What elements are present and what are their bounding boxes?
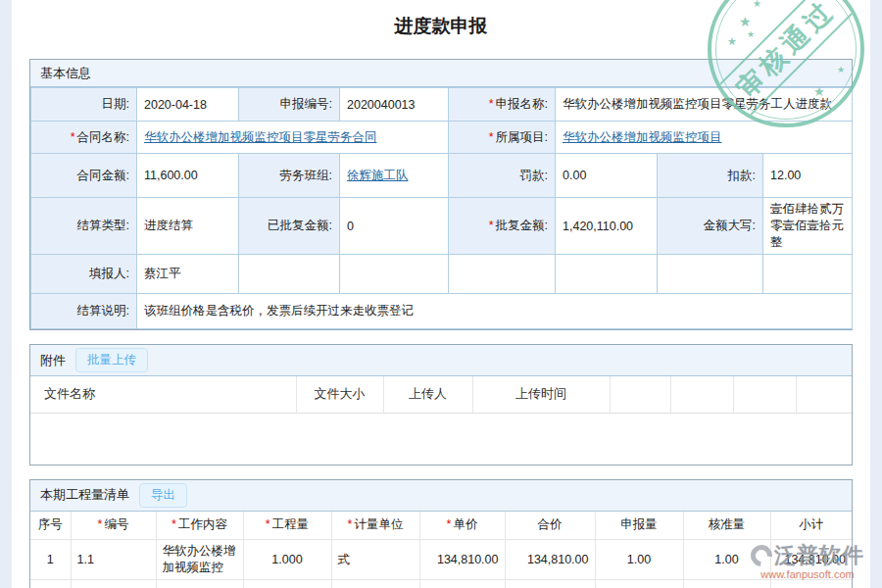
table-row: 结算类型: 进度结算 已批复金额: 0 *批复金额: 1,420,110.00 … [31, 198, 853, 255]
approved-before-value: 0 [340, 198, 449, 255]
empty-cell [763, 255, 853, 294]
code-cell: 1.2 [71, 580, 156, 588]
basic-info-table: 日期: 2020-04-18 申报编号: 2020040013 *申报名称: 华… [30, 87, 853, 329]
quantity-cell: 1.000 [243, 540, 331, 580]
contract-amount-label: 合同金额: [31, 154, 137, 198]
contract-name-label: *合同名称: [31, 122, 137, 154]
declaration-no-label: 申报编号: [239, 88, 340, 122]
work-content-cell: 场地平整 [156, 580, 243, 588]
contract-amount-value: 11,600.00 [137, 154, 239, 198]
empty-cell [340, 255, 449, 294]
unit-header: *计量单位 [331, 512, 419, 540]
required-asterisk: * [489, 97, 494, 111]
uploader-header: 上传人 [383, 376, 472, 413]
filler-label: 填报人: [31, 255, 137, 294]
seq-cell: 1 [30, 540, 71, 580]
attachments-section-title: 附件 [40, 352, 66, 369]
subtotal-cell: 1,283,000.00 [770, 580, 852, 588]
table-row: *合同名称: 华软办公楼增加视频监控项目零星劳务合同 *所属项目: 华软办公楼增… [31, 122, 853, 154]
required-asterisk: * [348, 517, 353, 531]
project-label: *所属项目: [449, 122, 556, 154]
deduction-value: 12.00 [763, 154, 853, 198]
attachments-section: 附件 批量上传 文件名称 文件大小 上传人 上传时间 [29, 344, 853, 466]
unit-cell: 式 [331, 540, 419, 580]
unit-price-header: *单价 [419, 512, 505, 540]
required-asterisk: * [489, 219, 494, 232]
filler-value: 蔡江平 [137, 255, 239, 294]
quantity-header: *工程量 [243, 512, 331, 540]
date-value: 2020-04-18 [137, 88, 239, 122]
seq-cell: 2 [30, 580, 71, 588]
table-row: 2 1.2 场地平整 1.000 项 1,283,000.00 1,283,00… [30, 580, 852, 588]
labor-team-link[interactable]: 徐辉施工队 [347, 169, 409, 182]
required-asterisk: * [489, 130, 494, 144]
penalty-value: 0.00 [556, 154, 658, 198]
file-size-header: 文件大小 [296, 376, 383, 413]
work-content-cell: 华软办公楼增加视频监控 [156, 540, 243, 580]
table-row: 合同金额: 11,600.00 劳务班组: 徐辉施工队 罚款: 0.00 扣款:… [31, 154, 853, 198]
amount-words-label: 金额大写: [658, 198, 763, 255]
penalty-label: 罚款: [449, 154, 556, 198]
seq-header: 序号 [30, 512, 71, 540]
quantity-list-section-title: 本期工程量清单 [40, 486, 129, 504]
labor-team-value: 徐辉施工队 [340, 154, 449, 198]
table-row: 结算说明: 该班组价格是含税价，发票后续开过来走收票登记 [31, 294, 853, 329]
attachments-empty-body [30, 414, 852, 465]
contract-name-link[interactable]: 华软办公楼增加视频监控项目零星劳务合同 [144, 130, 377, 144]
settle-type-label: 结算类型: [31, 198, 137, 255]
required-asterisk: * [447, 517, 452, 531]
work-content-header: *工作内容 [156, 512, 243, 540]
empty-cell [239, 255, 340, 294]
subtotal-cell: 134,810.00 [770, 540, 852, 580]
required-asterisk: * [172, 517, 176, 531]
empty-cell [449, 255, 556, 294]
declaration-name-label: *申报名称: [449, 88, 556, 122]
batch-upload-button[interactable]: 批量上传 [75, 348, 148, 372]
basic-info-section-title: 基本信息 [40, 65, 91, 82]
quantity-list-header-row: 序号 *编号 *工作内容 *工程量 *计量单位 *单价 合价 申报量 核准量 小… [30, 512, 852, 540]
table-row: 1 1.1 华软办公楼增加视频监控 1.000 式 134,810.00 134… [30, 540, 852, 580]
deduction-label: 扣款: [658, 154, 763, 198]
approved-before-label: 已批复金额: [239, 198, 340, 255]
unit-cell: 项 [331, 580, 419, 588]
unit-price-cell: 1,283,000.00 [419, 580, 505, 588]
approved-qty-cell: 1.00 [683, 540, 770, 580]
declared-qty-cell: 1.00 [595, 580, 683, 588]
code-header: *编号 [71, 512, 156, 540]
basic-info-section-header: 基本信息 [30, 60, 852, 87]
export-button[interactable]: 导出 [139, 483, 187, 508]
file-name-header: 文件名称 [30, 376, 296, 413]
empty-header [733, 376, 796, 413]
approved-qty-cell: 1.00 [683, 580, 770, 588]
approved-amount-label: *批复金额: [449, 198, 556, 255]
declared-qty-cell: 1.00 [595, 540, 683, 580]
quantity-list-section-header: 本期工程量清单 导出 [30, 480, 852, 512]
empty-cell [556, 255, 658, 294]
total-price-cell: 134,810.00 [505, 540, 595, 580]
settle-type-value: 进度结算 [137, 198, 239, 255]
page: 进度款申报 审核通过 ★ ★ ★ ★ ★ ★ 基本信息 日期: 2020-04-… [12, 0, 870, 588]
total-price-cell: 1,283,000.00 [505, 580, 595, 588]
project-link[interactable]: 华软办公楼增加视频监控项目 [563, 130, 722, 144]
empty-header [670, 376, 733, 413]
table-row: 填报人: 蔡江平 [31, 255, 853, 294]
quantity-list-section: 本期工程量清单 导出 序号 *编号 *工作内容 *工程量 *计量单位 *单价 合… [29, 479, 853, 588]
code-cell: 1.1 [71, 540, 156, 580]
upload-time-header: 上传时间 [472, 376, 610, 413]
amount-words-value: 壹佰肆拾贰万零壹佰壹拾元整 [763, 198, 853, 255]
empty-cell [658, 255, 763, 294]
unit-price-cell: 134,810.00 [419, 540, 505, 580]
table-row: 日期: 2020-04-18 申报编号: 2020040013 *申报名称: 华… [31, 88, 853, 122]
declaration-name-value: 华软办公楼增加视频监控项目零星劳务工人进度款 [556, 88, 853, 122]
subtotal-header: 小计 [770, 512, 852, 540]
labor-team-label: 劳务班组: [239, 154, 340, 198]
required-asterisk: * [98, 517, 103, 531]
declared-qty-header: 申报量 [595, 512, 683, 540]
settle-note-value: 该班组价格是含税价，发票后续开过来走收票登记 [137, 294, 853, 329]
quantity-list-table: 序号 *编号 *工作内容 *工程量 *计量单位 *单价 合价 申报量 核准量 小… [30, 512, 852, 588]
page-title: 进度款申报 [12, 0, 870, 59]
attachments-header-row: 文件名称 文件大小 上传人 上传时间 [30, 376, 852, 413]
total-price-header: 合价 [505, 512, 595, 540]
project-value: 华软办公楼增加视频监控项目 [556, 122, 853, 154]
approved-qty-header: 核准量 [683, 512, 770, 540]
